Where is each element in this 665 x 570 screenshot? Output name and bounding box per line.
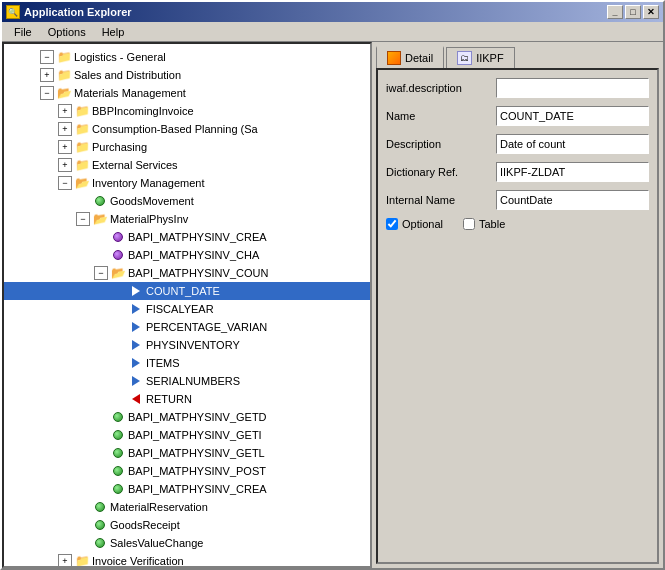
tree-node-serialnumbers[interactable]: SERIALNUMBERS (4, 372, 370, 390)
tree-node-material-res[interactable]: MaterialReservation (4, 498, 370, 516)
node-text-bapi-crea2: BAPI_MATPHYSINV_CREA (128, 483, 267, 495)
tree-panel[interactable]: −📁Logistics - General+📁Sales and Distrib… (2, 42, 372, 568)
expand-btn-invoice-verif[interactable]: + (58, 554, 72, 568)
expand-btn-materials-mgmt[interactable]: − (40, 86, 54, 100)
tree-node-bapi-count[interactable]: −📂BAPI_MATPHYSINV_COUN (4, 264, 370, 282)
tree-node-inventory-mgmt[interactable]: −📂Inventory Management (4, 174, 370, 192)
tree-node-percentage[interactable]: PERCENTAGE_VARIAN (4, 318, 370, 336)
arrow-right-icon-percentage (128, 319, 144, 335)
tab-iikpf[interactable]: 🗂 IIKPF (446, 47, 515, 68)
minimize-button[interactable]: _ (607, 5, 623, 19)
detail-panel: Detail 🗂 IIKPF iwaf.description Name (372, 42, 663, 568)
label-description: Description (386, 138, 496, 150)
expand-btn-material-phys[interactable]: − (76, 212, 90, 226)
tree-node-items[interactable]: ITEMS (4, 354, 370, 372)
folder-icon-invoice-verif: 📁 (74, 553, 90, 568)
node-text-bapi-change: BAPI_MATPHYSINV_CHA (128, 249, 259, 261)
circle-green-icon-sales-value (92, 535, 108, 551)
maximize-button[interactable]: □ (625, 5, 641, 19)
tab-detail-label: Detail (405, 52, 433, 64)
tab-detail[interactable]: Detail (376, 46, 444, 68)
tree-node-fiscal-year[interactable]: FISCALYEAR (4, 300, 370, 318)
input-description[interactable] (496, 134, 649, 154)
arrow-right-icon-items (128, 355, 144, 371)
node-text-goods-movement: GoodsMovement (110, 195, 194, 207)
node-text-bbp: BBPIncomingInvoice (92, 105, 194, 117)
tree-node-sales-dist[interactable]: +📁Sales and Distribution (4, 66, 370, 84)
tab-bar: Detail 🗂 IIKPF (376, 46, 659, 68)
tree-node-bapi-getd[interactable]: BAPI_MATPHYSINV_GETD (4, 408, 370, 426)
tree-node-sales-value[interactable]: SalesValueChange (4, 534, 370, 552)
expand-btn-purchasing[interactable]: + (58, 140, 72, 154)
node-text-physinventory: PHYSINVENTORY (146, 339, 240, 351)
expand-btn-sales-dist[interactable]: + (40, 68, 54, 82)
form-row-iwaf: iwaf.description (386, 78, 649, 98)
node-text-bapi-count: BAPI_MATPHYSINV_COUN (128, 267, 268, 279)
circle-green-icon-goods-movement (92, 193, 108, 209)
tree-node-logistics-general[interactable]: −📁Logistics - General (4, 48, 370, 66)
circle-green-icon-bapi-getl (110, 445, 126, 461)
input-dict-ref[interactable] (496, 162, 649, 182)
node-text-items: ITEMS (146, 357, 180, 369)
expand-btn-logistics-general[interactable]: − (40, 50, 54, 64)
tree-node-bapi-crea2[interactable]: BAPI_MATPHYSINV_CREA (4, 480, 370, 498)
tree-node-bapi-post[interactable]: BAPI_MATPHYSINV_POST (4, 462, 370, 480)
input-name[interactable] (496, 106, 649, 126)
tree-container: −📁Logistics - General+📁Sales and Distrib… (4, 44, 370, 568)
expand-btn-consumption[interactable]: + (58, 122, 72, 136)
node-text-return: RETURN (146, 393, 192, 405)
circle-green-icon-bapi-getd (110, 409, 126, 425)
arrow-right-icon-serialnumbers (128, 373, 144, 389)
node-text-bapi-geti: BAPI_MATPHYSINV_GETI (128, 429, 262, 441)
menu-help[interactable]: Help (94, 24, 133, 40)
tree-node-bapi-geti[interactable]: BAPI_MATPHYSINV_GETI (4, 426, 370, 444)
tree-node-bbp[interactable]: +📁BBPIncomingInvoice (4, 102, 370, 120)
close-button[interactable]: ✕ (643, 5, 659, 19)
folder-icon-sales-dist: 📁 (56, 67, 72, 83)
tree-node-bapi-change[interactable]: BAPI_MATPHYSINV_CHA (4, 246, 370, 264)
optional-checkbox-item: Optional (386, 218, 443, 230)
label-iwaf: iwaf.description (386, 82, 496, 94)
tree-node-purchasing[interactable]: +📁Purchasing (4, 138, 370, 156)
expand-btn-inventory-mgmt[interactable]: − (58, 176, 72, 190)
menu-file[interactable]: File (6, 24, 40, 40)
node-text-invoice-verif: Invoice Verification (92, 555, 184, 567)
node-text-fiscal-year: FISCALYEAR (146, 303, 214, 315)
content-area: −📁Logistics - General+📁Sales and Distrib… (2, 42, 663, 568)
circle-green-icon-bapi-post (110, 463, 126, 479)
tree-node-invoice-verif[interactable]: +📁Invoice Verification (4, 552, 370, 568)
expand-btn-bbp[interactable]: + (58, 104, 72, 118)
arrow-left-icon-return (128, 391, 144, 407)
expand-btn-external-svc[interactable]: + (58, 158, 72, 172)
tree-node-consumption[interactable]: +📁Consumption-Based Planning (Sa (4, 120, 370, 138)
tree-node-materials-mgmt[interactable]: −📂Materials Management (4, 84, 370, 102)
menu-bar: File Options Help (2, 22, 663, 42)
form-row-internal-name: Internal Name (386, 190, 649, 210)
tree-node-material-phys[interactable]: −📂MaterialPhysInv (4, 210, 370, 228)
folder-icon-material-phys: 📂 (92, 211, 108, 227)
tree-node-goods-receipt[interactable]: GoodsReceipt (4, 516, 370, 534)
node-text-sales-dist: Sales and Distribution (74, 69, 181, 81)
tree-node-goods-movement[interactable]: GoodsMovement (4, 192, 370, 210)
app-icon: 🔍 (6, 5, 20, 19)
tree-node-external-svc[interactable]: +📁External Services (4, 156, 370, 174)
input-internal-name[interactable] (496, 190, 649, 210)
tree-node-bapi-create[interactable]: BAPI_MATPHYSINV_CREA (4, 228, 370, 246)
input-iwaf[interactable] (496, 78, 649, 98)
table-checkbox[interactable] (463, 218, 475, 230)
node-text-count-date: COUNT_DATE (146, 285, 220, 297)
tab-iikpf-label: IIKPF (476, 52, 504, 64)
node-text-serialnumbers: SERIALNUMBERS (146, 375, 240, 387)
expand-btn-bapi-count[interactable]: − (94, 266, 108, 280)
menu-options[interactable]: Options (40, 24, 94, 40)
tree-node-physinventory[interactable]: PHYSINVENTORY (4, 336, 370, 354)
node-text-sales-value: SalesValueChange (110, 537, 203, 549)
circle-green-icon-goods-receipt (92, 517, 108, 533)
form-row-description: Description (386, 134, 649, 154)
tree-node-return[interactable]: RETURN (4, 390, 370, 408)
window-controls: _ □ ✕ (607, 5, 659, 19)
optional-checkbox[interactable] (386, 218, 398, 230)
tree-node-count-date[interactable]: COUNT_DATE (4, 282, 370, 300)
label-dict-ref: Dictionary Ref. (386, 166, 496, 178)
tree-node-bapi-getl[interactable]: BAPI_MATPHYSINV_GETL (4, 444, 370, 462)
